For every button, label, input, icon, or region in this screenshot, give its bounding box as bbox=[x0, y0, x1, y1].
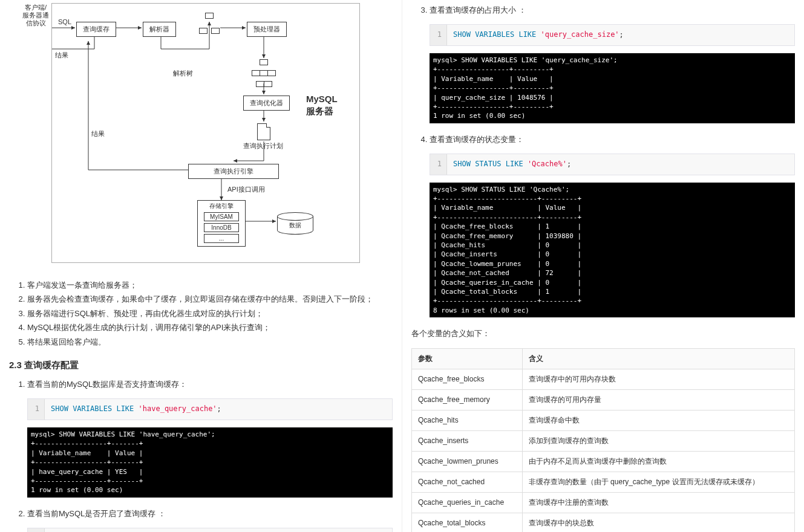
data-label: 数据 bbox=[277, 216, 313, 235]
line-number: 1 bbox=[28, 528, 45, 532]
code-block-2: 1 SHOW VARIABLES LIKE 'query_cache_type'… bbox=[27, 528, 393, 532]
table-row: Qcache_free_memory查询缓存的可用内存量 bbox=[412, 389, 795, 410]
code-block-3: 1 SHOW VARIABLES LIKE 'query_cache_size'… bbox=[430, 24, 795, 46]
code-block-4: 1 SHOW STATUS LIKE 'Qcache%'; bbox=[430, 154, 795, 175]
code-block-1: 1 SHOW VARIABLES LIKE 'have_query_cache'… bbox=[27, 398, 393, 420]
config-item-3: 查看查询缓存的占用大小 ： 1 SHOW VARIABLES LIKE 'que… bbox=[430, 3, 795, 123]
q2-text: 查看当前MySQL是否开启了查询缓存 ： bbox=[27, 509, 166, 518]
result-label: 结果 bbox=[91, 129, 105, 138]
table-row: Qcache_free_blocks查询缓存中的可用内存块数 bbox=[412, 369, 795, 389]
client-protocol-label: 客户端/ 服务器通 信协议 bbox=[21, 4, 51, 28]
storage-label: 存储引擎 bbox=[200, 202, 243, 210]
line-number: 1 bbox=[430, 25, 447, 45]
terminal-output-4: mysql> SHOW STATUS LIKE 'Qcache%'; +----… bbox=[430, 183, 795, 317]
col-param: 参数 bbox=[412, 348, 523, 369]
storage-engine-box: 存储引擎 MyISAM InnoDB ... bbox=[197, 200, 246, 247]
config-list: 查看当前的MySQL数据库是否支持查询缓存： 1 SHOW VARIABLES … bbox=[9, 377, 393, 532]
vars-intro: 各个变量的含义如下： bbox=[411, 326, 795, 340]
steps-list: 客户端发送一条查询给服务器； 服务器先会检查查询缓存，如果命中了缓存，则立即返回… bbox=[9, 278, 393, 349]
exec-engine-box: 查询执行引擎 bbox=[188, 164, 279, 179]
mysql-server-label: MySQL 服务器 bbox=[306, 93, 338, 117]
result-line-label: 结果 bbox=[55, 51, 68, 60]
line-number: 1 bbox=[430, 154, 447, 175]
step-item: 客户端发送一条查询给服务器； bbox=[27, 278, 393, 292]
exec-plan-label: 查询执行计划 bbox=[243, 141, 283, 151]
q3-text: 查看查询缓存的占用大小 ： bbox=[430, 5, 526, 15]
table-row: Qcache_lowmen_prunes由于内存不足而从查询缓存中删除的查询数 bbox=[412, 451, 795, 472]
table-row: Qcache_hits查询缓存命中数 bbox=[412, 410, 795, 430]
line-number: 1 bbox=[28, 399, 45, 420]
code-content: SHOW VARIABLES LIKE 'have_query_cache'; bbox=[45, 399, 227, 420]
table-row: Qcache_total_blocks查询缓存中的块总数 bbox=[412, 513, 795, 532]
table-row: Qcache_inserts添加到查询缓存的查询数 bbox=[412, 430, 795, 451]
myisam-box: MyISAM bbox=[204, 212, 239, 221]
q4-text: 查看查询缓存的状态变量： bbox=[430, 135, 524, 144]
more-engines-box: ... bbox=[204, 234, 239, 243]
step-item: 将结果返回给客户端。 bbox=[27, 335, 393, 349]
code-content: SHOW VARIABLES LIKE 'query_cache_size'; bbox=[447, 25, 630, 45]
optimizer-box: 查询优化器 bbox=[243, 96, 290, 111]
left-column: ADV 客户端 bbox=[0, 0, 402, 532]
api-call-label: API接口调用 bbox=[227, 185, 265, 194]
qcache-params-table: 参数 含义 Qcache_free_blocks查询缓存中的可用内存块数 Qca… bbox=[411, 348, 795, 532]
step-item: 服务器端进行SQL解析、预处理，再由优化器生成对应的执行计划； bbox=[27, 307, 393, 320]
preprocessor-box: 预处理器 bbox=[247, 22, 287, 37]
q1-text: 查看当前的MySQL数据库是否支持查询缓存： bbox=[27, 380, 187, 389]
section-2-3-heading: 2.3 查询缓存配置 bbox=[9, 360, 393, 371]
parse-tree-label: 解析树 bbox=[173, 69, 193, 78]
parser-box: 解析器 bbox=[143, 22, 176, 37]
config-item-2: 查看当前MySQL是否开启了查询缓存 ： 1 SHOW VARIABLES LI… bbox=[27, 507, 393, 532]
terminal-output-3: mysql> SHOW VARIABLES LIKE 'query_cache_… bbox=[430, 53, 795, 123]
table-row: Qcache_queries_in_cache查询缓存中注册的查询数 bbox=[412, 492, 795, 513]
mysql-architecture-diagram: 客户端/ 服务器通 信协议 SQL 查询缓存 解析器 结果 预处理器 解析树 查… bbox=[51, 3, 360, 263]
config-list-cont: 查看查询缓存的占用大小 ： 1 SHOW VARIABLES LIKE 'que… bbox=[411, 3, 795, 317]
query-cache-box: 查询缓存 bbox=[76, 22, 116, 37]
database-icon: 数据 bbox=[277, 212, 313, 236]
code-content: SHOW STATUS LIKE 'Qcache%'; bbox=[447, 154, 577, 175]
config-item-4: 查看查询缓存的状态变量： 1 SHOW STATUS LIKE 'Qcache%… bbox=[430, 132, 795, 317]
col-meaning: 含义 bbox=[522, 348, 794, 369]
sql-label: SQL bbox=[58, 18, 71, 25]
right-column: 查看查询缓存的占用大小 ： 1 SHOW VARIABLES LIKE 'que… bbox=[402, 0, 804, 532]
step-item: 服务器先会检查查询缓存，如果命中了缓存，则立即返回存储在缓存中的结果。否则进入下… bbox=[27, 292, 393, 306]
table-row: Qcache_not_cached非缓存查询的数量（由于 query_cache… bbox=[412, 472, 795, 492]
innodb-box: InnoDB bbox=[204, 223, 239, 232]
config-item-1: 查看当前的MySQL数据库是否支持查询缓存： 1 SHOW VARIABLES … bbox=[27, 377, 393, 498]
doc-icon bbox=[257, 123, 270, 140]
terminal-output-1: mysql> SHOW VARIABLES LIKE 'have_query_c… bbox=[27, 427, 393, 498]
step-item: MySQL根据优化器生成的执行计划，调用存储引擎的API来执行查询； bbox=[27, 320, 393, 334]
code-content: SHOW VARIABLES LIKE 'query_cache_type'; bbox=[45, 528, 227, 532]
